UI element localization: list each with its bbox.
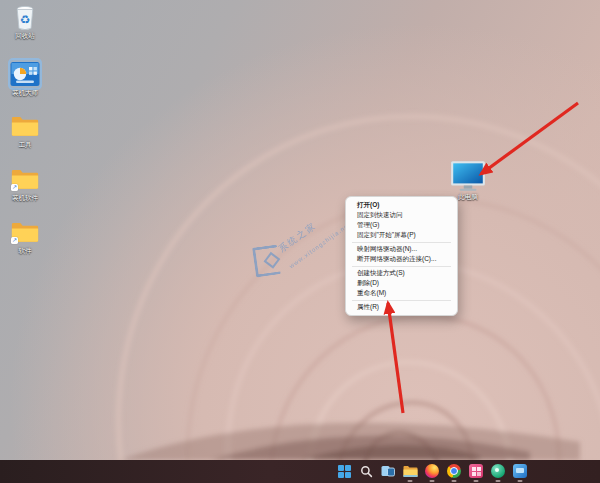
folder-icon <box>10 112 40 140</box>
menu-item-delete[interactable]: 删除(D) <box>346 278 457 288</box>
icon-label: 回收站 <box>15 32 35 40</box>
desktop-wallpaper <box>0 0 600 460</box>
menu-item-pin-quick-access[interactable]: 固定到快速访问 <box>346 210 457 220</box>
installer-app-icon <box>10 60 40 88</box>
folder-icon: ↗ <box>10 218 40 246</box>
file-explorer-button[interactable] <box>402 463 418 479</box>
photos-app-button[interactable] <box>468 463 484 479</box>
photos-app-icon <box>469 464 483 478</box>
desktop-icon-installer-app[interactable]: 装机大师 <box>2 60 48 97</box>
bloom-flower-art <box>0 0 600 460</box>
driver-app-button[interactable] <box>490 463 506 479</box>
menu-item-manage[interactable]: 管理(G) <box>346 220 457 230</box>
search-icon <box>360 465 373 478</box>
context-menu: 打开(O) 固定到快速访问 管理(G) 固定到"开始"屏幕(P) 映射网络驱动器… <box>345 196 458 316</box>
menu-item-rename[interactable]: 重命名(M) <box>346 288 457 298</box>
chrome-browser-button[interactable] <box>446 463 462 479</box>
desktop-icon-recycle-bin[interactable]: ♻ 回收站 <box>2 3 48 40</box>
icon-label: 装机软件 <box>12 194 38 202</box>
icon-label: 装机大师 <box>12 89 38 97</box>
chrome-icon <box>447 464 461 478</box>
start-button[interactable] <box>336 463 352 479</box>
menu-separator <box>352 242 451 243</box>
driver-app-icon <box>491 464 505 478</box>
menu-item-create-shortcut[interactable]: 创建快捷方式(S) <box>346 268 457 278</box>
folder-icon: ↗ <box>10 165 40 193</box>
menu-item-open[interactable]: 打开(O) <box>346 200 457 210</box>
recycle-bin-icon: ♻ <box>10 3 40 31</box>
pc-manager-app-button[interactable] <box>512 463 528 479</box>
this-pc-monitor-icon <box>449 160 487 192</box>
desktop-icon-this-pc[interactable]: 此电脑 <box>446 160 490 201</box>
svg-text:♻: ♻ <box>20 13 31 27</box>
taskbar <box>0 460 600 483</box>
taskbar-icons <box>336 463 528 479</box>
menu-item-pin-to-start[interactable]: 固定到"开始"屏幕(P) <box>346 230 457 240</box>
firefox-browser-button[interactable] <box>424 463 440 479</box>
desktop-icon-folder-apps[interactable]: ↗ 软件 <box>2 218 48 255</box>
task-view-button[interactable] <box>380 463 396 479</box>
task-view-icon <box>381 465 395 478</box>
menu-item-disconnect-network-drive[interactable]: 断开网络驱动器的连接(C)... <box>346 254 457 264</box>
icon-label: 软件 <box>19 247 32 255</box>
windows-desktop: ♻ 回收站 装机大师 工具 <box>0 0 600 483</box>
file-explorer-icon <box>403 465 418 478</box>
pc-manager-icon <box>513 464 527 478</box>
desktop-icon-folder-tools[interactable]: 工具 <box>2 112 48 149</box>
desktop-icon-folder-setup[interactable]: ↗ 装机软件 <box>2 165 48 202</box>
shortcut-arrow-icon: ↗ <box>11 237 18 244</box>
windows-logo-icon <box>338 465 351 478</box>
icon-label: 此电脑 <box>458 193 478 201</box>
search-button[interactable] <box>358 463 374 479</box>
menu-item-map-network-drive[interactable]: 映射网络驱动器(N)... <box>346 244 457 254</box>
firefox-icon <box>425 464 439 478</box>
menu-item-properties[interactable]: 属性(R) <box>346 302 457 312</box>
menu-separator <box>352 300 451 301</box>
menu-separator <box>352 266 451 267</box>
shortcut-arrow-icon: ↗ <box>11 184 18 191</box>
icon-label: 工具 <box>19 141 32 149</box>
